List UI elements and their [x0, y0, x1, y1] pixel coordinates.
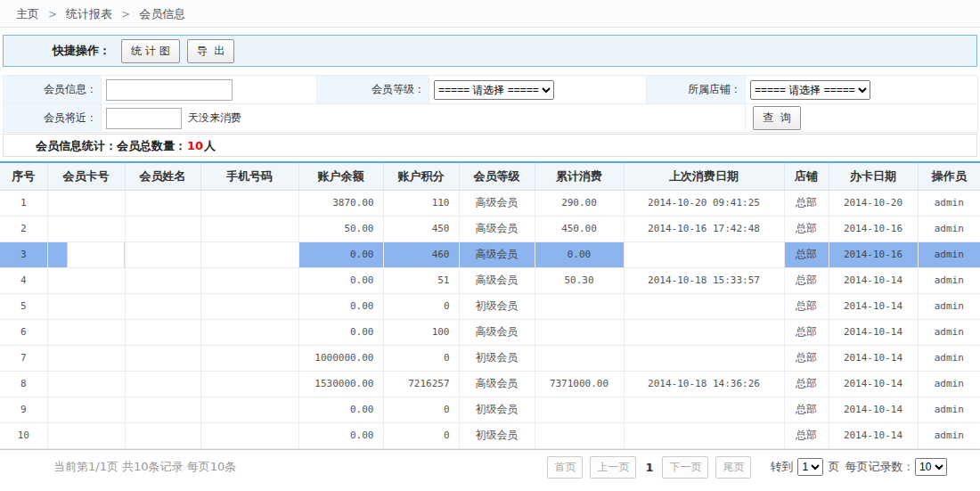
- table-cell: [624, 397, 784, 422]
- per-page-select[interactable]: 10: [915, 458, 947, 476]
- table-cell: 总部: [784, 293, 829, 319]
- table-cell: 初级会员: [459, 422, 535, 448]
- table-cell: admin: [918, 267, 980, 293]
- table-cell: 总部: [784, 216, 829, 241]
- table-row[interactable]: 90.000初级会员总部2014-10-14admin: [0, 397, 980, 422]
- first-page-button[interactable]: 首页: [547, 456, 583, 479]
- current-page-number: 1: [645, 461, 653, 474]
- table-cell: [125, 371, 200, 397]
- table-cell: 5: [0, 293, 47, 319]
- table-row[interactable]: 71000000.000初级会员总部2014-10-14admin: [0, 345, 980, 371]
- table-cell: 总部: [784, 241, 829, 267]
- table-cell: [47, 345, 125, 371]
- table-cell: 7371000.00: [535, 371, 624, 397]
- table-cell: 初级会员: [459, 293, 535, 319]
- breadcrumb-home[interactable]: 主页: [16, 7, 39, 20]
- member-info-label: 会员信息：: [4, 76, 102, 104]
- table-row[interactable]: 60.00100高级会员总部2014-10-14admin: [0, 319, 980, 345]
- table-cell: [47, 397, 125, 422]
- table-cell: [125, 241, 200, 267]
- table-row[interactable]: 30.00460高级会员0.00总部2014-10-16admin: [0, 241, 980, 267]
- table-cell: 1000000.00: [298, 345, 383, 371]
- table-cell: 2: [0, 216, 47, 241]
- table-cell: 450.00: [535, 216, 624, 241]
- table-cell: [200, 293, 298, 319]
- table-cell: 总部: [784, 319, 829, 345]
- table-body: 13870.00110高级会员290.002014-10-20 09:41:25…: [0, 190, 980, 448]
- member-level-label: 会员等级：: [317, 76, 429, 104]
- table-cell: [125, 190, 200, 216]
- table-cell: [200, 241, 298, 267]
- search-button[interactable]: 查 询: [753, 106, 801, 130]
- per-page-label: 每页记录数 :: [845, 459, 911, 475]
- goto-page-select[interactable]: 1: [797, 458, 823, 476]
- column-header: 账户积分: [383, 162, 459, 190]
- prev-page-button[interactable]: 上一页: [590, 456, 636, 479]
- column-header: 操作员: [918, 162, 980, 190]
- pager-controls: 首页 上一页 1 下一页 尾页 转到 1 页 每页记录数 : 10: [540, 456, 949, 479]
- table-cell: [535, 319, 624, 345]
- table-cell: 110: [383, 190, 459, 216]
- table-cell: 51: [383, 267, 459, 293]
- store-label: 所属店铺：: [647, 76, 746, 104]
- table-cell: admin: [918, 422, 980, 448]
- table-cell: 2014-10-14: [829, 267, 918, 293]
- table-row[interactable]: 50.000初级会员总部2014-10-14admin: [0, 293, 980, 319]
- table-cell: [125, 422, 200, 448]
- member-info-input[interactable]: [106, 79, 233, 101]
- member-level-select[interactable]: ===== 请选择 =====: [434, 80, 554, 100]
- table-cell: [125, 397, 200, 422]
- table-cell: 2014-10-14: [829, 345, 918, 371]
- table-cell: 3870.00: [298, 190, 383, 216]
- table-cell: [535, 422, 624, 448]
- table-cell: [47, 241, 125, 267]
- next-page-button[interactable]: 下一页: [662, 456, 708, 479]
- table-cell: admin: [918, 319, 980, 345]
- table-cell: [125, 216, 200, 241]
- table-row[interactable]: 81530000.007216257高级会员7371000.002014-10-…: [0, 371, 980, 397]
- table-cell: [47, 293, 125, 319]
- table-cell: [47, 422, 125, 448]
- table-cell: [624, 345, 784, 371]
- table-cell: [200, 190, 298, 216]
- table-cell: 1530000.00: [298, 371, 383, 397]
- table-cell: 450: [383, 216, 459, 241]
- table-cell: 4: [0, 267, 47, 293]
- goto-label: 转到: [770, 459, 793, 475]
- filter-row-1: 会员信息： 会员等级： ===== 请选择 ===== 所属店铺： ===== …: [4, 76, 978, 104]
- table-cell: 6: [0, 319, 47, 345]
- table-cell: 2014-10-18 15:33:57: [624, 267, 784, 293]
- table-cell: 高级会员: [459, 241, 535, 267]
- breadcrumb-separator: >: [48, 8, 57, 20]
- page-summary: 当前第1/1页 共10条记录 每页10条: [53, 459, 236, 475]
- table-cell: 50.30: [535, 267, 624, 293]
- export-button[interactable]: 导 出: [187, 39, 235, 63]
- table-cell: admin: [918, 293, 980, 319]
- table-cell: [125, 293, 200, 319]
- column-header: 累计消费: [535, 162, 624, 190]
- member-near-label: 会员将近：: [4, 104, 102, 133]
- table-cell: 0.00: [298, 319, 383, 345]
- store-select[interactable]: ===== 请选择 =====: [750, 80, 870, 100]
- table-cell: 2014-10-18 14:36:26: [624, 371, 784, 397]
- table-row[interactable]: 250.00450高级会员450.002014-10-16 17:42:48总部…: [0, 216, 980, 241]
- table-cell: 2014-10-20 09:41:25: [624, 190, 784, 216]
- member-total-count: 10: [187, 139, 203, 152]
- table-cell: 0.00: [298, 267, 383, 293]
- filter-row-2: 会员将近： 天没来消费 查 询: [4, 104, 978, 133]
- table-cell: 2014-10-20: [829, 190, 918, 216]
- table-row[interactable]: 100.000初级会员总部2014-10-14admin: [0, 422, 980, 448]
- days-input[interactable]: [106, 108, 182, 129]
- table-cell: 0.00: [298, 241, 383, 267]
- table-row[interactable]: 13870.00110高级会员290.002014-10-20 09:41:25…: [0, 190, 980, 216]
- last-page-button[interactable]: 尾页: [715, 456, 751, 479]
- table-cell: 高级会员: [459, 319, 535, 345]
- breadcrumb-separator: >: [121, 8, 130, 20]
- column-header: 店铺: [784, 162, 829, 190]
- breadcrumb-reports[interactable]: 统计报表: [66, 7, 112, 20]
- table-cell: [624, 241, 784, 267]
- chart-button[interactable]: 统 计 图: [121, 39, 180, 63]
- table-cell: 2014-10-14: [829, 293, 918, 319]
- table-cell: 总部: [784, 397, 829, 422]
- table-row[interactable]: 40.0051高级会员50.302014-10-18 15:33:57总部201…: [0, 267, 980, 293]
